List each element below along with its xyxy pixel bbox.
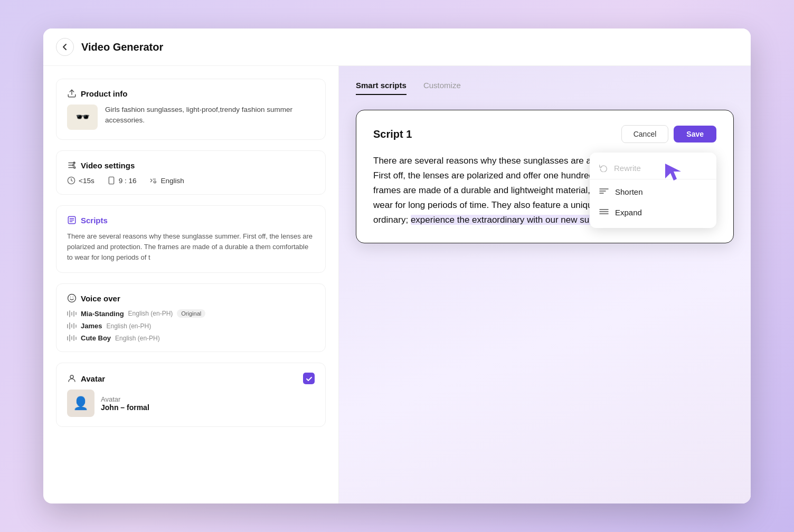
expand-icon: [599, 208, 609, 216]
voice-over-list: Mia-Standing English (en-PH) Original Ja…: [67, 309, 315, 342]
scripts-title: Scripts: [81, 216, 108, 225]
voice-over-title: Voice over: [81, 294, 120, 303]
voice-over-icon: [67, 293, 77, 303]
video-settings-card: Video settings <15s 9 : 16: [56, 150, 326, 195]
voice-lang: English (en-PH): [106, 322, 151, 330]
svg-marker-21: [665, 164, 681, 180]
tab-bar: Smart scripts Customize: [356, 81, 734, 95]
header: Video Generator: [43, 28, 751, 66]
product-info-card: Product info 🕶️ Girls fashion sunglasses…: [56, 79, 326, 140]
aspect-ratio-value: 9 : 16: [119, 177, 137, 185]
avatar-title-group: Avatar: [67, 374, 105, 383]
list-item: James English (en-PH): [67, 322, 315, 330]
product-info-icon: [67, 89, 77, 98]
language-value: English: [160, 177, 184, 185]
scripts-card: Scripts There are several reasons why th…: [56, 205, 326, 273]
avatar-label: Avatar: [101, 395, 149, 403]
rewrite-label: Rewrite: [614, 164, 641, 173]
video-settings-title: Video settings: [81, 161, 135, 170]
avatar-info: Avatar John – formal: [101, 395, 149, 412]
svg-point-5: [73, 165, 74, 166]
script-card-header: Script 1 Cancel Save: [373, 125, 716, 143]
voice-name: Mia-Standing: [81, 310, 124, 318]
avatar-body: 👤 Avatar John – formal: [67, 390, 315, 417]
script-title: Script 1: [373, 128, 412, 140]
avatar-name: John – formal: [101, 403, 149, 412]
avatar-image: 👤: [67, 390, 94, 417]
main-content: Product info 🕶️ Girls fashion sunglasses…: [43, 66, 751, 504]
product-info-title: Product info: [81, 89, 127, 98]
app-window: Video Generator Product info: [43, 28, 751, 504]
list-item: Mia-Standing English (en-PH) Original: [67, 309, 315, 318]
language-setting: English: [149, 176, 184, 185]
voice-name: James: [81, 322, 102, 330]
video-settings-body: <15s 9 : 16 English: [67, 176, 315, 185]
script-card: Script 1 Cancel Save There are several r…: [356, 110, 734, 243]
avatar-card: Avatar 👤 Avatar John – formal: [56, 363, 326, 427]
duration-setting: <15s: [67, 176, 94, 185]
list-item: Cute Boy English (en-PH): [67, 334, 315, 342]
cancel-button[interactable]: Cancel: [621, 125, 669, 143]
shorten-menu-item[interactable]: Shorten: [590, 182, 716, 202]
svg-point-6: [74, 167, 75, 168]
rewrite-icon: [599, 164, 608, 172]
product-info-body: 🕶️ Girls fashion sunglasses, light-proof…: [67, 104, 315, 130]
rewrite-menu-item[interactable]: Rewrite: [590, 158, 716, 179]
shorten-label: Shorten: [615, 187, 643, 196]
left-panel: Product info 🕶️ Girls fashion sunglasses…: [43, 66, 339, 504]
page-title: Video Generator: [81, 41, 163, 53]
aspect-ratio-setting: 9 : 16: [107, 176, 137, 185]
duration-value: <15s: [79, 177, 94, 185]
video-settings-header: Video settings: [67, 160, 315, 170]
product-info-header: Product info: [67, 89, 315, 98]
wave-icon: [67, 335, 77, 341]
product-description: Girls fashion sunglasses, light-proof,tr…: [105, 104, 315, 126]
expand-label: Expand: [615, 208, 642, 217]
voice-lang: English (en-PH): [128, 310, 173, 317]
voice-over-header: Voice over: [67, 293, 315, 303]
product-thumbnail: 🕶️: [67, 104, 98, 130]
scripts-header: Scripts: [67, 215, 315, 225]
avatar-icon: [67, 374, 77, 383]
wave-icon: [67, 322, 77, 329]
avatar-title: Avatar: [81, 374, 105, 383]
svg-point-14: [68, 294, 76, 302]
cursor-arrow-icon: [663, 162, 684, 183]
right-panel: Smart scripts Customize Script 1 Cancel …: [339, 66, 751, 504]
avatar-checkbox[interactable]: [303, 373, 315, 384]
video-settings-icon: [67, 160, 77, 170]
tab-customize[interactable]: Customize: [423, 81, 461, 95]
voice-lang: English (en-PH): [115, 335, 160, 342]
voice-name: Cute Boy: [81, 334, 111, 342]
voice-over-card: Voice over Mia-Standing English (en-PH): [56, 283, 326, 352]
svg-point-9: [154, 181, 156, 183]
tab-smart-scripts[interactable]: Smart scripts: [356, 81, 407, 95]
expand-menu-item[interactable]: Expand: [590, 202, 716, 223]
wave-icon: [67, 310, 77, 317]
scripts-icon: [67, 215, 77, 225]
svg-point-17: [70, 375, 73, 378]
save-button[interactable]: Save: [674, 126, 716, 142]
shorten-icon: [599, 187, 609, 196]
back-button[interactable]: [56, 38, 74, 56]
context-menu: Rewrite: [590, 153, 716, 228]
scripts-preview: There are several reasons why these sung…: [67, 231, 315, 263]
svg-rect-8: [109, 177, 114, 184]
voice-badge: Original: [177, 309, 205, 318]
script-actions: Cancel Save: [621, 125, 716, 143]
avatar-card-header: Avatar: [67, 373, 315, 384]
